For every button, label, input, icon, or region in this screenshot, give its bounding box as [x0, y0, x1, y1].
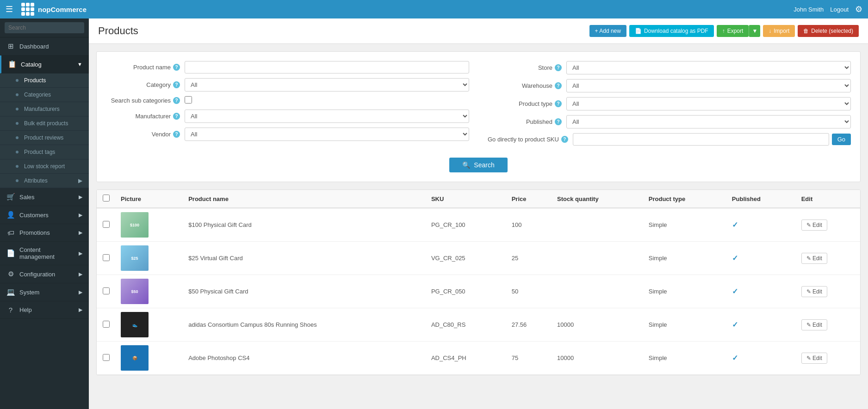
row-edit-cell: ✎ Edit — [796, 242, 860, 275]
chevron-right-icon: ▶ — [79, 194, 82, 200]
page-header: Products + Add new 📄 Download catalog as… — [89, 18, 868, 44]
published-help-icon[interactable]: ? — [555, 118, 562, 125]
row-stock-qty: 10000 — [552, 308, 643, 342]
sidebar-item-help[interactable]: ? Help ▶ — [0, 301, 89, 319]
sidebar-item-promotions[interactable]: 🏷 Promotions ▶ — [0, 224, 89, 242]
search-sub-help-icon[interactable]: ? — [173, 97, 180, 104]
product-type-help-icon[interactable]: ? — [555, 100, 562, 107]
sidebar-item-content[interactable]: 📄 Content management ▶ — [0, 242, 89, 265]
sidebar-search-input[interactable] — [5, 22, 84, 33]
filter-right-col: Store ? All Warehouse ? — [488, 61, 851, 150]
store-control: All — [566, 61, 851, 74]
go-button[interactable]: Go — [832, 134, 851, 145]
row-checkbox[interactable] — [103, 321, 110, 328]
sub-item-label: Manufacturers — [24, 106, 60, 112]
sidebar-sub-item-products[interactable]: Products — [0, 73, 89, 88]
top-navigation: ☰ nopCommerce John Smith Logout ⚙ — [0, 0, 868, 18]
sub-item-label: Products — [24, 77, 46, 84]
row-sku: PG_CR_100 — [426, 208, 506, 242]
row-checkbox[interactable] — [103, 254, 110, 261]
sku-input[interactable] — [573, 133, 829, 146]
row-checkbox[interactable] — [103, 287, 110, 294]
settings-icon[interactable]: ⚙ — [855, 4, 862, 14]
manufacturer-select[interactable]: All — [185, 110, 469, 123]
vendor-row: Vendor ? All — [106, 128, 469, 141]
row-checkbox[interactable] — [103, 354, 110, 361]
row-price: 50 — [506, 275, 552, 308]
filter-panel: Product name ? Category ? — [96, 51, 861, 182]
published-row: Published ? All — [488, 115, 851, 128]
export-button[interactable]: ↑ Export — [717, 25, 749, 37]
category-select[interactable]: All — [185, 78, 469, 92]
store-select[interactable]: All — [566, 61, 851, 74]
sidebar-item-catalog[interactable]: 📋 Catalog ▼ — [0, 55, 89, 73]
hamburger-menu-icon[interactable]: ☰ — [6, 4, 13, 14]
vendor-control: All — [185, 128, 469, 141]
sidebar-sub-item-manufacturers[interactable]: Manufacturers — [0, 102, 89, 116]
published-check-icon: ✓ — [732, 287, 738, 295]
logout-link[interactable]: Logout — [830, 6, 849, 13]
product-type-select[interactable]: All — [566, 97, 851, 110]
select-all-checkbox[interactable] — [103, 195, 110, 201]
delete-selected-button[interactable]: 🗑 Delete (selected) — [798, 25, 859, 37]
manufacturer-control: All — [185, 110, 469, 123]
category-help-icon[interactable]: ? — [173, 81, 180, 88]
export-dropdown-button[interactable]: ▼ — [749, 25, 760, 37]
product-image: $100 — [121, 212, 149, 238]
sidebar-item-label: System — [19, 289, 39, 296]
published-select[interactable]: All — [566, 115, 851, 128]
row-stock-qty — [552, 242, 643, 275]
store-help-icon[interactable]: ? — [555, 64, 562, 71]
warehouse-select[interactable]: All — [566, 79, 851, 92]
vendor-help-icon[interactable]: ? — [173, 131, 180, 138]
row-checkbox[interactable] — [103, 221, 110, 228]
table-row: $25$25 Virtual Gift CardVG_CR_02525Simpl… — [97, 242, 860, 275]
product-type-row: Product type ? All — [488, 97, 851, 110]
col-picture: Picture — [115, 190, 183, 208]
sidebar-item-sales[interactable]: 🛒 Sales ▶ — [0, 188, 89, 206]
chevron-right-icon: ▶ — [79, 307, 82, 313]
vendor-select[interactable]: All — [185, 128, 469, 141]
product-name-help-icon[interactable]: ? — [173, 64, 180, 71]
sidebar-sub-item-attributes[interactable]: Attributes ▶ — [0, 174, 89, 188]
sidebar-sub-item-low-stock[interactable]: Low stock report — [0, 159, 89, 174]
import-button[interactable]: ↓ Import — [763, 25, 795, 37]
logo: nopCommerce — [21, 3, 87, 16]
edit-button[interactable]: ✎ Edit — [801, 286, 827, 297]
sku-control: Go — [573, 133, 851, 146]
sidebar-sub-item-bulk-edit[interactable]: Bulk edit products — [0, 116, 89, 131]
published-control: All — [566, 115, 851, 128]
edit-button[interactable]: ✎ Edit — [801, 253, 827, 264]
table-header-row: Picture Product name SKU Price Stock qua… — [97, 190, 860, 208]
published-check-icon: ✓ — [732, 321, 738, 329]
row-product-name: Adobe Photoshop CS4 — [183, 342, 426, 375]
product-name-input[interactable] — [185, 61, 469, 73]
edit-button[interactable]: ✎ Edit — [801, 220, 827, 231]
row-picture-cell: $100 — [115, 208, 183, 242]
sidebar-item-configuration[interactable]: ⚙ Configuration ▶ — [0, 265, 89, 283]
sidebar-item-dashboard[interactable]: ⊞ Dashboard — [0, 37, 89, 55]
promotions-icon: 🏷 — [6, 229, 15, 237]
search-button[interactable]: 🔍 Search — [449, 158, 507, 172]
col-price: Price — [506, 190, 552, 208]
warehouse-help-icon[interactable]: ? — [555, 82, 562, 89]
col-edit: Edit — [796, 190, 860, 208]
sidebar-sub-item-product-reviews[interactable]: Product reviews — [0, 131, 89, 145]
edit-button[interactable]: ✎ Edit — [801, 353, 827, 364]
search-sub-checkbox[interactable] — [185, 96, 192, 104]
row-checkbox-cell — [97, 275, 115, 308]
sidebar-item-customers[interactable]: 👤 Customers ▶ — [0, 206, 89, 224]
customers-icon: 👤 — [6, 211, 15, 219]
manufacturer-help-icon[interactable]: ? — [173, 113, 180, 120]
sidebar-sub-item-product-tags[interactable]: Product tags — [0, 145, 89, 159]
download-pdf-button[interactable]: 📄 Download catalog as PDF — [629, 25, 714, 37]
sidebar-sub-item-categories[interactable]: Categories — [0, 88, 89, 102]
configuration-icon: ⚙ — [6, 270, 15, 278]
row-price: 75 — [506, 342, 552, 375]
row-price: 27.56 — [506, 308, 552, 342]
select-all-col — [97, 190, 115, 208]
add-new-button[interactable]: + Add new — [589, 25, 626, 37]
sku-help-icon[interactable]: ? — [561, 136, 568, 143]
edit-button[interactable]: ✎ Edit — [801, 319, 827, 330]
sidebar-item-system[interactable]: 💻 System ▶ — [0, 283, 89, 301]
